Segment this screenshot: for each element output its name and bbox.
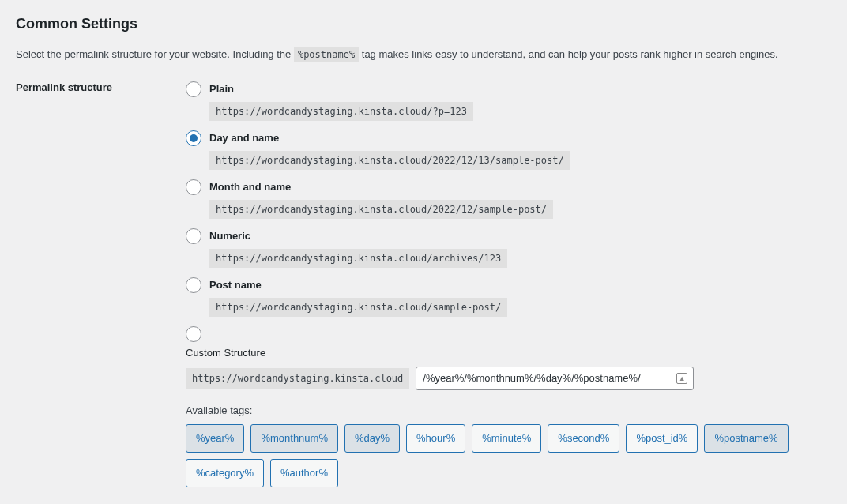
tag-button[interactable]: %post_id%: [626, 424, 698, 453]
radio-month-name[interactable]: [186, 179, 201, 195]
tag-button[interactable]: %hour%: [406, 424, 465, 453]
tag-button[interactable]: %monthnum%: [250, 424, 338, 453]
example-day-name: https://wordcandystaging.kinsta.cloud/20…: [209, 151, 570, 170]
section-heading: Common Settings: [16, 16, 831, 32]
tag-button[interactable]: %day%: [344, 424, 400, 453]
radio-day-name-label[interactable]: Day and name: [209, 132, 279, 144]
custom-structure-label: Custom Structure: [186, 347, 831, 359]
radio-numeric[interactable]: [186, 228, 201, 244]
available-tags-label: Available tags:: [186, 404, 831, 416]
tags-row: %year%%monthnum%%day%%hour%%minute%%seco…: [186, 424, 831, 487]
tag-button[interactable]: %category%: [186, 459, 264, 487]
radio-custom[interactable]: [186, 326, 201, 342]
radio-post-name[interactable]: [186, 277, 201, 293]
tag-button[interactable]: %second%: [548, 424, 619, 453]
radio-plain-label[interactable]: Plain: [209, 83, 234, 95]
example-plain: https://wordcandystaging.kinsta.cloud/?p…: [209, 102, 473, 121]
tag-button[interactable]: %minute%: [472, 424, 541, 453]
permalink-structure-label: Permalink structure: [16, 81, 186, 497]
example-numeric: https://wordcandystaging.kinsta.cloud/ar…: [209, 249, 507, 268]
example-month-name: https://wordcandystaging.kinsta.cloud/20…: [209, 200, 553, 219]
radio-post-name-label[interactable]: Post name: [209, 279, 262, 291]
postname-code: %postname%: [294, 47, 359, 62]
section-description: Select the permalink structure for your …: [16, 47, 831, 62]
example-post-name: https://wordcandystaging.kinsta.cloud/sa…: [209, 298, 507, 317]
custom-structure-input[interactable]: [416, 367, 694, 390]
input-indicator-icon: ▲: [676, 373, 687, 384]
tag-button[interactable]: %author%: [270, 459, 338, 487]
radio-day-name[interactable]: [186, 130, 201, 146]
custom-base-url: https://wordcandystaging.kinsta.cloud: [186, 368, 409, 389]
tag-button[interactable]: %year%: [186, 424, 244, 453]
tag-button[interactable]: %postname%: [704, 424, 788, 453]
radio-plain[interactable]: [186, 81, 201, 97]
radio-month-name-label[interactable]: Month and name: [209, 181, 291, 193]
radio-numeric-label[interactable]: Numeric: [209, 230, 250, 242]
